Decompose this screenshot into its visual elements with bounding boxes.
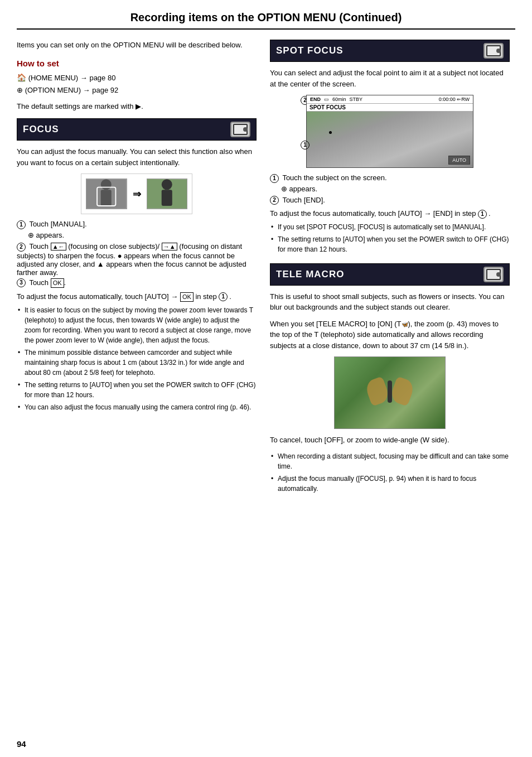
spot-focus-screen-wrapper: 2 END ▭ 60min STBY 0:00:00 ⇐RW SPOT FOCU…: [303, 95, 476, 168]
butterfly-wing-right: [389, 377, 415, 407]
focus-bullet-1: It is easier to focus on the subject by …: [17, 305, 257, 345]
spot-main-area: AUTO: [307, 112, 473, 167]
spot-bullet-1: If you set [SPOT FOCUS], [FOCUS] is auto…: [270, 222, 510, 232]
spot-auto-text: To adjust the focus automatically, touch…: [270, 209, 510, 219]
ok-kbd-2: OK: [180, 292, 194, 302]
spot-step-num-2: 2: [270, 196, 279, 205]
page-title: Recording items on the OPTION MENU (Cont…: [17, 11, 515, 30]
spot-focus-bullets: If you set [SPOT FOCUS], [FOCUS] is auto…: [270, 222, 510, 254]
spot-focus-title: SPOT FOCUS: [276, 45, 344, 56]
how-to-set-list: 🏠 (HOME MENU) → page 80 ⊕ (OPTION MENU) …: [17, 71, 257, 97]
butterfly-wing-left: [364, 377, 390, 407]
step-num-3: 3: [17, 278, 26, 287]
focus-after-svg: [147, 179, 187, 209]
step-ref-1: 1: [219, 292, 228, 301]
focus-step-1: 1 Touch [MANUAL].: [17, 220, 257, 229]
left-column: Items you can set only on the OPTION MEN…: [17, 40, 257, 499]
tele-macro-cancel-text: To cancel, touch [OFF], or zoom to wide-…: [270, 435, 510, 446]
spot-step-1: 1 Touch the subject on the screen.: [270, 173, 510, 183]
spot-step-num-1: 1: [270, 174, 279, 183]
spot-focus-screen-label: SPOT FOCUS: [307, 104, 473, 112]
spot-step-ref-1: 1: [478, 210, 487, 219]
focus-image-area: ⇒: [81, 173, 192, 214]
spot-focus-icon: [483, 43, 504, 59]
spot-status-bar: END ▭ 60min STBY 0:00:00 ⇐RW: [307, 95, 473, 104]
tele-macro-icon: [483, 267, 504, 282]
intro-text: Items you can set only on the OPTION MEN…: [17, 40, 257, 51]
option-menu-text: (OPTION MENU) → page 92: [25, 86, 119, 94]
step-num-1: 1: [17, 220, 26, 229]
focus-bullets: It is easier to focus on the subject by …: [17, 305, 257, 412]
tele-bullet-1: When recording a distant subject, focusi…: [270, 451, 510, 471]
two-column-layout: Items you can set only on the OPTION MEN…: [17, 40, 515, 499]
focus-body: You can adjust the focus manually. You c…: [17, 146, 257, 168]
ok-kbd: OK: [51, 278, 64, 288]
spot-focus-steps: 1 Touch the subject on the screen. ⊕ app…: [270, 173, 510, 205]
focus-auto-text: To adjust the focus automatically, touch…: [17, 292, 257, 302]
focus-step-2: 2 Touch ▲← (focusing on close subjects)/…: [17, 242, 257, 277]
default-text: The default settings are marked with ▶.: [17, 102, 257, 110]
spot-focus-section-header: SPOT FOCUS: [270, 40, 510, 62]
home-icon: 🏠: [17, 73, 26, 82]
tele-bullet-2: Adjust the focus manually ([FOCUS], p. 9…: [270, 474, 510, 494]
butterfly-body: [388, 380, 392, 403]
svg-point-1: [101, 180, 112, 190]
min60-label: 60min: [332, 97, 346, 102]
focus-arrow: ⇒: [133, 188, 141, 200]
tape-icon: ▭: [324, 97, 329, 102]
svg-point-5: [161, 180, 172, 190]
spot-focus-screen: END ▭ 60min STBY 0:00:00 ⇐RW SPOT FOCUS …: [306, 95, 473, 168]
focus-steps: 1 Touch [MANUAL]. ⊕ appears. 2 Touch ▲← …: [17, 220, 257, 288]
focus-before-svg: [86, 179, 127, 209]
tele-macro-section-header: TELE MACRO: [270, 263, 510, 286]
focus-bullet-3: The setting returns to [AUTO] when you s…: [17, 380, 257, 400]
home-menu-text: (HOME MENU) → page 80: [28, 74, 116, 82]
how-to-set-title: How to set: [17, 59, 257, 68]
spot-bullet-2: The setting returns to [AUTO] when you s…: [270, 234, 510, 254]
page-container: Recording items on the OPTION MENU (Cont…: [0, 0, 532, 757]
page-number: 94: [17, 739, 26, 749]
spot-focus-body: You can select and adjust the focal poin…: [270, 67, 510, 89]
option-menu-line: ⊕ (OPTION MENU) → page 92: [17, 84, 257, 97]
focus-img-after: [147, 179, 188, 209]
focus-section-header: FOCUS: [17, 118, 257, 141]
spot-dot: [329, 131, 332, 134]
stby-label: STBY: [350, 97, 363, 102]
right-column: SPOT FOCUS You can select and adjust the…: [270, 40, 510, 499]
tele-macro-body1: This is useful to shoot small subjects, …: [270, 291, 510, 313]
home-menu-line: 🏠 (HOME MENU) → page 80: [17, 71, 257, 85]
focus-bullet-2: The minimum possible distance between ca…: [17, 348, 257, 378]
tele-macro-title: TELE MACRO: [276, 269, 344, 280]
spot-step-2: 2 Touch [END].: [270, 196, 510, 205]
step-num-2: 2: [17, 243, 26, 252]
tele-macro-bullets: When recording a distant subject, focusi…: [270, 451, 510, 494]
focus-step-3: 3 Touch OK.: [17, 278, 257, 288]
focus-step-1b: ⊕ appears.: [28, 231, 257, 239]
focus-title: FOCUS: [23, 124, 59, 135]
focus-icon: [230, 122, 250, 137]
svg-rect-2: [101, 190, 112, 206]
tele-macro-image: [334, 356, 446, 429]
end-label: END: [310, 97, 321, 102]
timecode-label: 0:00:00 ⇐RW: [439, 97, 470, 102]
spot-auto-btn[interactable]: AUTO: [448, 156, 470, 165]
svg-rect-6: [161, 190, 172, 206]
option-icon: ⊕: [17, 86, 23, 94]
spot-step-1b: ⊕ appears.: [281, 185, 510, 193]
focus-img-before: [86, 179, 127, 209]
butterfly-graphic: [367, 376, 412, 409]
focus-bullet-4: You can also adjust the focus manually u…: [17, 402, 257, 412]
circle-1-label: 1: [301, 141, 309, 150]
tele-macro-body2: When you set [TELE MACRO] to [ON] (T🦋), …: [270, 319, 510, 351]
